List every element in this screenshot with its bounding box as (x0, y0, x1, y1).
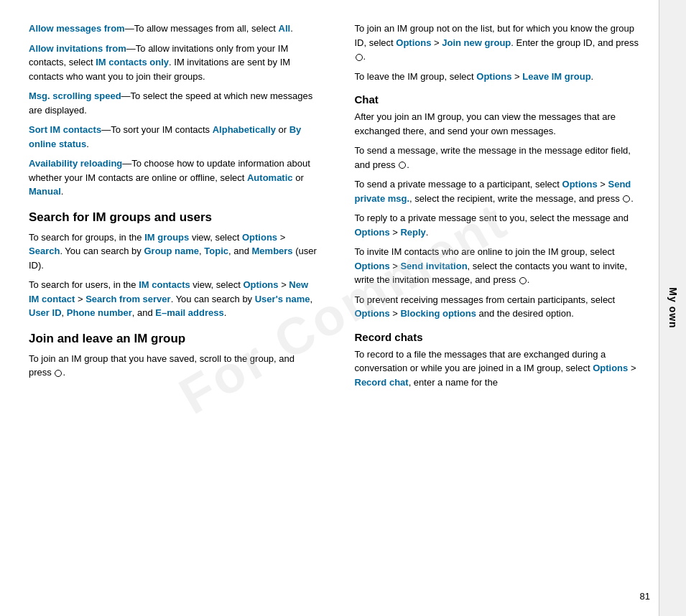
link-text: Join new group (442, 37, 511, 48)
text-span: view, select (189, 232, 242, 243)
link-text: Search from server (85, 294, 171, 304)
text-span: . (631, 193, 634, 204)
link-text: Phone number (67, 307, 132, 318)
paragraph: To join an IM group not on the list, but… (355, 22, 645, 64)
link-text: Members (252, 246, 293, 256)
side-tab: My own (659, 0, 686, 616)
paragraph: To reply to a private message sent to yo… (355, 211, 645, 239)
text-span: To prevent receiving messages from certa… (355, 294, 616, 305)
link-text: User's name (255, 294, 310, 304)
text-span: To leave the IM group, select (355, 71, 477, 82)
text-span: . (426, 227, 429, 238)
link-text: Leave IM group (522, 71, 590, 82)
link-text: User ID (29, 307, 62, 318)
link-text: All (279, 23, 291, 34)
link-text: Automatic (247, 172, 293, 183)
text-span: > (628, 363, 636, 373)
paragraph: Availability reloading—To choose how to … (29, 157, 319, 199)
text-span: . You can search by (60, 246, 144, 256)
paragraph: After you join an IM group, you can view… (355, 110, 645, 138)
paragraph: To invite IM contacts who are online to … (355, 245, 645, 287)
text-span: After you join an IM group, you can view… (355, 111, 616, 136)
link-text: Alphabetically (213, 124, 276, 135)
text-span: > (390, 227, 401, 238)
circle-button-icon (356, 54, 363, 61)
link-text: Topic (204, 246, 228, 256)
section-heading: Join and leave an IM group (29, 332, 319, 346)
text-span: or (276, 124, 289, 135)
paragraph: Allow invitations from—To allow invitati… (29, 42, 319, 84)
paragraph: To send a private message to a participa… (355, 177, 645, 205)
text-span: —To sort your IM contacts (101, 124, 213, 135)
link-text: Reply (400, 227, 425, 238)
paragraph: Allow messages from—To allow messages fr… (29, 22, 319, 36)
circle-button-icon (399, 162, 406, 169)
link-text: Sort IM contacts (29, 124, 101, 135)
text-span: , enter a name for the (409, 377, 498, 388)
text-span: . (61, 186, 64, 197)
text-span: . (407, 159, 409, 170)
text-span: To reply to a private message sent to yo… (355, 213, 629, 223)
text-span: > (390, 261, 401, 271)
link-text: Send invitation (400, 261, 467, 271)
link-text: Options (593, 363, 628, 373)
link-text: Group name (144, 246, 199, 256)
link-text: Search (29, 246, 60, 256)
link-text: Options (243, 279, 278, 290)
link-text: Options (476, 71, 511, 82)
circle-button-icon (519, 277, 527, 284)
text-span: . (591, 71, 594, 82)
paragraph: Msg. scrolling speed—To select the speed… (29, 89, 319, 117)
text-span: , and (228, 246, 252, 256)
link-text: Msg. scrolling speed (29, 90, 121, 101)
link-text: Options (355, 308, 390, 319)
paragraph: To search for groups, in the IM groups v… (29, 230, 319, 273)
text-span: > (75, 294, 85, 304)
text-span: , (310, 294, 313, 304)
text-span: To search for users, in the (29, 279, 139, 290)
text-span: or (293, 172, 304, 183)
link-text: Options (355, 227, 390, 238)
paragraph: To leave the IM group, select Options > … (355, 70, 645, 84)
link-text: IM groups (144, 232, 189, 243)
text-span: To search for groups, in the (29, 232, 144, 243)
text-span: . (290, 23, 293, 34)
text-span: —To allow messages from all, select (125, 23, 279, 34)
link-text: Manual (29, 186, 61, 197)
side-tab-text: My own (667, 287, 679, 328)
sub-heading: Chat (355, 93, 645, 106)
link-text: Blocking options (400, 308, 476, 319)
text-span: . (527, 274, 530, 285)
text-span: > (598, 179, 608, 190)
link-text: Availability reloading (29, 158, 122, 169)
link-text: Options (562, 179, 598, 190)
page-number: 81 (640, 591, 650, 602)
link-text: E–mail address (155, 307, 223, 318)
text-span: view, select (190, 279, 244, 290)
section-heading: Search for IM groups and users (29, 210, 319, 225)
text-span: . (62, 367, 65, 378)
text-span: , (62, 307, 67, 318)
text-span: , and (132, 307, 156, 318)
text-span: To invite IM contacts who are online to … (355, 246, 615, 257)
text-span: . (363, 51, 366, 62)
text-span: > (279, 279, 289, 290)
link-text: IM contacts (139, 279, 190, 290)
text-span: . Enter the group ID, and press (511, 37, 639, 48)
link-text: Allow messages from (29, 23, 125, 34)
text-span: . You can search by (171, 294, 255, 304)
text-span: > (277, 232, 285, 243)
paragraph: Sort IM contacts—To sort your IM contact… (29, 123, 319, 151)
text-span: , select the recipient, write the messag… (409, 193, 622, 204)
text-span: > (390, 308, 401, 319)
text-span: . (224, 307, 227, 318)
paragraph: To search for users, in the IM contacts … (29, 278, 319, 320)
paragraph: To prevent receiving messages from certa… (355, 293, 645, 321)
text-span: . (86, 139, 89, 149)
text-span: To record to a file the messages that ar… (355, 349, 606, 374)
content-area: Allow messages from—To allow messages fr… (0, 0, 659, 616)
link-text: IM contacts only (96, 57, 169, 67)
paragraph: To record to a file the messages that ar… (355, 347, 645, 390)
page-container: Allow messages from—To allow messages fr… (0, 0, 686, 616)
left-column: Allow messages from—To allow messages fr… (29, 22, 330, 602)
